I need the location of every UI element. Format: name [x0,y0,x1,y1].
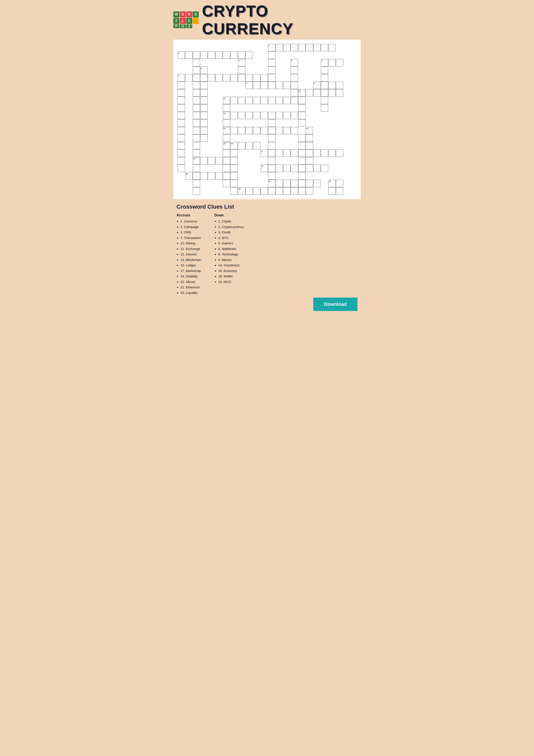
cell[interactable] [291,149,298,157]
cell[interactable] [223,104,230,112]
cell[interactable] [291,180,298,187]
cell[interactable] [276,44,283,51]
cell[interactable] [283,165,291,172]
cell-19[interactable]: 19 [261,165,268,172]
cell[interactable] [230,180,238,187]
cell[interactable] [328,187,336,195]
cell[interactable] [215,51,223,59]
cell[interactable] [193,142,200,149]
cell[interactable] [223,180,230,187]
cell[interactable] [268,67,275,74]
cell[interactable] [230,74,238,81]
cell-1[interactable]: 1 [268,44,275,51]
cell[interactable] [268,157,275,164]
cell-13[interactable]: 13 [223,127,230,134]
cell[interactable] [230,149,238,157]
cell[interactable] [253,127,260,134]
cell[interactable] [208,157,215,164]
cell[interactable] [291,127,298,134]
cell[interactable] [178,165,185,172]
cell[interactable] [306,89,313,96]
cell[interactable] [276,112,283,119]
cell[interactable] [313,44,320,51]
cell[interactable] [178,89,185,96]
cell[interactable] [223,149,230,157]
cell[interactable] [185,51,192,59]
cell[interactable] [291,97,298,104]
cell-9[interactable]: 9 [313,82,320,89]
cell[interactable] [193,127,200,134]
cell[interactable] [178,112,185,119]
cell[interactable] [276,180,283,187]
cell[interactable] [276,149,283,157]
cell[interactable] [328,82,336,89]
cell-17[interactable]: 17 [261,149,268,157]
cell[interactable] [268,112,275,119]
cell[interactable] [313,149,320,157]
cell[interactable] [200,89,208,96]
cell[interactable] [306,187,313,195]
cell[interactable] [261,112,268,119]
cell[interactable] [283,112,291,119]
cell[interactable] [321,97,328,104]
cell[interactable] [268,59,275,67]
cell-23[interactable]: 23 [238,187,245,195]
cell[interactable] [268,149,275,157]
cell[interactable] [200,112,208,119]
cell[interactable] [298,180,306,187]
cell[interactable] [291,187,298,195]
cell[interactable] [298,134,306,142]
cell[interactable] [268,74,275,81]
cell[interactable] [283,127,291,134]
cell[interactable] [276,82,283,89]
cell-4[interactable]: 4 [238,59,245,67]
cell[interactable] [298,112,306,119]
cell[interactable] [253,74,260,81]
download-button[interactable]: Download [313,298,357,311]
cell-14[interactable]: 14 [306,127,313,134]
cell[interactable] [268,142,275,149]
cell[interactable] [230,172,238,179]
cell-15[interactable]: 15 [223,142,230,149]
cell[interactable] [328,89,336,96]
cell[interactable] [223,51,230,59]
cell[interactable] [238,51,245,59]
cell[interactable] [291,112,298,119]
cell[interactable] [178,127,185,134]
cell[interactable] [268,127,275,134]
cell[interactable] [230,157,238,164]
cell[interactable] [245,74,253,81]
cell[interactable] [245,51,253,59]
cell[interactable] [291,89,298,96]
cell[interactable] [291,67,298,74]
cell[interactable] [268,120,275,127]
cell[interactable] [321,104,328,112]
cell[interactable] [230,51,238,59]
cell[interactable] [230,112,238,119]
cell[interactable] [261,82,268,89]
cell[interactable] [321,149,328,157]
cell[interactable] [306,142,313,149]
cell[interactable] [336,187,343,195]
cell[interactable] [268,51,275,59]
cell[interactable] [245,97,253,104]
cell[interactable] [261,74,268,81]
cell[interactable] [193,134,200,142]
cell[interactable] [268,165,275,172]
cell[interactable] [223,120,230,127]
cell[interactable] [178,97,185,104]
cell[interactable] [268,187,275,195]
cell-21[interactable]: 21 [268,180,275,187]
cell[interactable] [298,172,306,179]
cell[interactable] [283,180,291,187]
cell[interactable] [321,82,328,89]
cell[interactable] [253,97,260,104]
cell[interactable] [215,74,223,81]
cell[interactable] [298,165,306,172]
cell[interactable] [200,127,208,134]
cell-22[interactable]: 22 [328,180,336,187]
cell[interactable] [193,104,200,112]
cell[interactable] [238,74,245,81]
cell[interactable] [193,112,200,119]
cell[interactable] [298,44,306,51]
